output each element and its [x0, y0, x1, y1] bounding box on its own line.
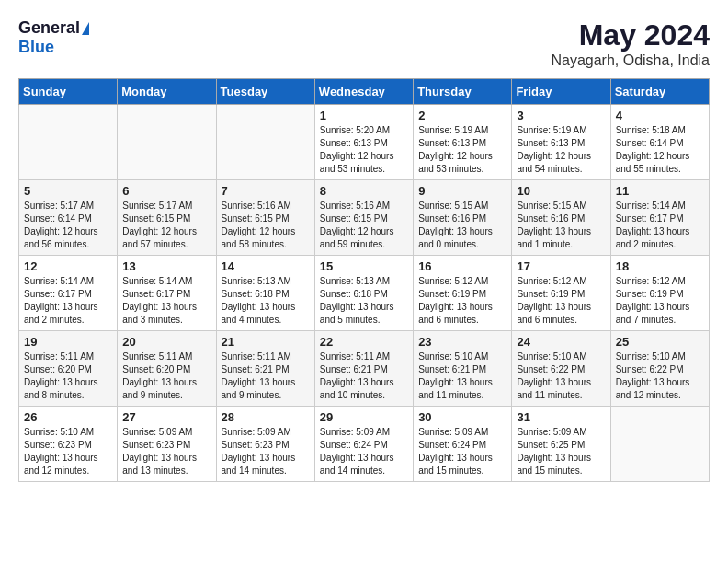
day-cell: 10Sunrise: 5:15 AM Sunset: 6:16 PM Dayli… — [512, 180, 610, 256]
day-number: 15 — [320, 259, 408, 273]
header-cell-wednesday: Wednesday — [314, 79, 413, 105]
day-number: 14 — [222, 259, 310, 273]
logo: General Blue — [18, 18, 89, 57]
day-info: Sunrise: 5:14 AM Sunset: 6:17 PM Dayligh… — [24, 275, 112, 327]
day-number: 17 — [517, 259, 605, 273]
day-number: 27 — [122, 410, 210, 424]
day-info: Sunrise: 5:13 AM Sunset: 6:18 PM Dayligh… — [222, 275, 310, 327]
day-cell: 8Sunrise: 5:16 AM Sunset: 6:15 PM Daylig… — [314, 180, 413, 256]
day-number: 7 — [222, 184, 310, 198]
day-cell: 24Sunrise: 5:10 AM Sunset: 6:22 PM Dayli… — [512, 331, 610, 407]
day-info: Sunrise: 5:10 AM Sunset: 6:23 PM Dayligh… — [24, 426, 112, 477]
day-cell: 15Sunrise: 5:13 AM Sunset: 6:18 PM Dayli… — [314, 256, 413, 331]
day-number: 18 — [616, 259, 704, 273]
day-number: 5 — [24, 184, 112, 198]
title-area: May 2024 Nayagarh, Odisha, India — [551, 18, 710, 69]
day-number: 22 — [320, 335, 408, 349]
day-cell: 30Sunrise: 5:09 AM Sunset: 6:24 PM Dayli… — [414, 407, 512, 482]
day-number: 3 — [517, 109, 605, 122]
day-info: Sunrise: 5:09 AM Sunset: 6:23 PM Dayligh… — [222, 426, 310, 477]
day-number: 16 — [418, 259, 506, 273]
day-cell: 20Sunrise: 5:11 AM Sunset: 6:20 PM Dayli… — [118, 331, 216, 407]
day-cell: 3Sunrise: 5:19 AM Sunset: 6:13 PM Daylig… — [512, 105, 610, 180]
day-number: 26 — [24, 410, 112, 424]
day-number: 1 — [320, 109, 408, 122]
day-cell: 1Sunrise: 5:20 AM Sunset: 6:13 PM Daylig… — [314, 105, 413, 180]
header-cell-friday: Friday — [512, 79, 610, 105]
day-cell: 26Sunrise: 5:10 AM Sunset: 6:23 PM Dayli… — [19, 407, 118, 482]
day-info: Sunrise: 5:15 AM Sunset: 6:16 PM Dayligh… — [517, 200, 605, 251]
day-info: Sunrise: 5:15 AM Sunset: 6:16 PM Dayligh… — [418, 200, 506, 251]
week-row-4: 19Sunrise: 5:11 AM Sunset: 6:20 PM Dayli… — [19, 331, 710, 407]
week-row-5: 26Sunrise: 5:10 AM Sunset: 6:23 PM Dayli… — [19, 407, 710, 482]
day-info: Sunrise: 5:10 AM Sunset: 6:21 PM Dayligh… — [418, 350, 506, 402]
day-number: 8 — [320, 184, 408, 198]
day-number: 29 — [320, 410, 408, 424]
day-info: Sunrise: 5:17 AM Sunset: 6:15 PM Dayligh… — [122, 200, 210, 251]
day-info: Sunrise: 5:09 AM Sunset: 6:24 PM Dayligh… — [418, 426, 506, 477]
header-cell-tuesday: Tuesday — [216, 79, 314, 105]
day-info: Sunrise: 5:11 AM Sunset: 6:20 PM Dayligh… — [122, 350, 210, 402]
day-info: Sunrise: 5:09 AM Sunset: 6:23 PM Dayligh… — [122, 426, 210, 477]
day-info: Sunrise: 5:19 AM Sunset: 6:13 PM Dayligh… — [418, 124, 506, 176]
day-cell — [216, 105, 314, 180]
header-row: SundayMondayTuesdayWednesdayThursdayFrid… — [19, 79, 710, 105]
day-cell: 28Sunrise: 5:09 AM Sunset: 6:23 PM Dayli… — [216, 407, 314, 482]
day-number: 19 — [24, 335, 112, 349]
calendar-subtitle: Nayagarh, Odisha, India — [551, 52, 710, 69]
day-info: Sunrise: 5:10 AM Sunset: 6:22 PM Dayligh… — [517, 350, 605, 402]
logo-general: General — [18, 18, 80, 38]
day-info: Sunrise: 5:11 AM Sunset: 6:20 PM Dayligh… — [24, 350, 112, 402]
day-number: 21 — [222, 335, 310, 349]
header-cell-thursday: Thursday — [414, 79, 512, 105]
day-info: Sunrise: 5:17 AM Sunset: 6:14 PM Dayligh… — [24, 200, 112, 251]
day-cell — [610, 407, 709, 482]
calendar-title: May 2024 — [551, 18, 710, 52]
day-number: 28 — [222, 410, 310, 424]
logo-blue: Blue — [18, 38, 54, 57]
day-info: Sunrise: 5:14 AM Sunset: 6:17 PM Dayligh… — [616, 200, 704, 251]
week-row-1: 1Sunrise: 5:20 AM Sunset: 6:13 PM Daylig… — [19, 105, 710, 180]
day-number: 20 — [122, 335, 210, 349]
day-cell: 16Sunrise: 5:12 AM Sunset: 6:19 PM Dayli… — [414, 256, 512, 331]
day-cell: 14Sunrise: 5:13 AM Sunset: 6:18 PM Dayli… — [216, 256, 314, 331]
day-info: Sunrise: 5:11 AM Sunset: 6:21 PM Dayligh… — [320, 350, 408, 402]
day-cell: 29Sunrise: 5:09 AM Sunset: 6:24 PM Dayli… — [314, 407, 413, 482]
day-info: Sunrise: 5:18 AM Sunset: 6:14 PM Dayligh… — [616, 124, 704, 176]
week-row-2: 5Sunrise: 5:17 AM Sunset: 6:14 PM Daylig… — [19, 180, 710, 256]
day-cell: 9Sunrise: 5:15 AM Sunset: 6:16 PM Daylig… — [414, 180, 512, 256]
day-cell: 17Sunrise: 5:12 AM Sunset: 6:19 PM Dayli… — [512, 256, 610, 331]
day-info: Sunrise: 5:16 AM Sunset: 6:15 PM Dayligh… — [222, 200, 310, 251]
calendar-table: SundayMondayTuesdayWednesdayThursdayFrid… — [18, 78, 710, 482]
day-cell: 22Sunrise: 5:11 AM Sunset: 6:21 PM Dayli… — [314, 331, 413, 407]
day-info: Sunrise: 5:13 AM Sunset: 6:18 PM Dayligh… — [320, 275, 408, 327]
day-cell: 12Sunrise: 5:14 AM Sunset: 6:17 PM Dayli… — [19, 256, 118, 331]
header-cell-sunday: Sunday — [19, 79, 118, 105]
day-number: 6 — [122, 184, 210, 198]
day-number: 30 — [418, 410, 506, 424]
day-number: 12 — [24, 259, 112, 273]
day-cell: 11Sunrise: 5:14 AM Sunset: 6:17 PM Dayli… — [610, 180, 709, 256]
day-cell: 31Sunrise: 5:09 AM Sunset: 6:25 PM Dayli… — [512, 407, 610, 482]
day-info: Sunrise: 5:09 AM Sunset: 6:24 PM Dayligh… — [320, 426, 408, 477]
day-info: Sunrise: 5:14 AM Sunset: 6:17 PM Dayligh… — [122, 275, 210, 327]
day-cell — [19, 105, 118, 180]
day-cell: 18Sunrise: 5:12 AM Sunset: 6:19 PM Dayli… — [610, 256, 709, 331]
week-row-3: 12Sunrise: 5:14 AM Sunset: 6:17 PM Dayli… — [19, 256, 710, 331]
day-info: Sunrise: 5:09 AM Sunset: 6:25 PM Dayligh… — [517, 426, 605, 477]
header-cell-saturday: Saturday — [610, 79, 709, 105]
day-cell: 2Sunrise: 5:19 AM Sunset: 6:13 PM Daylig… — [414, 105, 512, 180]
logo-icon — [82, 22, 89, 35]
day-info: Sunrise: 5:10 AM Sunset: 6:22 PM Dayligh… — [616, 350, 704, 402]
day-cell: 19Sunrise: 5:11 AM Sunset: 6:20 PM Dayli… — [19, 331, 118, 407]
header-cell-monday: Monday — [118, 79, 216, 105]
day-number: 4 — [616, 109, 704, 122]
header: General Blue May 2024 Nayagarh, Odisha, … — [18, 18, 710, 69]
day-cell: 27Sunrise: 5:09 AM Sunset: 6:23 PM Dayli… — [118, 407, 216, 482]
day-cell: 23Sunrise: 5:10 AM Sunset: 6:21 PM Dayli… — [414, 331, 512, 407]
day-cell: 6Sunrise: 5:17 AM Sunset: 6:15 PM Daylig… — [118, 180, 216, 256]
day-cell — [118, 105, 216, 180]
day-info: Sunrise: 5:16 AM Sunset: 6:15 PM Dayligh… — [320, 200, 408, 251]
day-info: Sunrise: 5:12 AM Sunset: 6:19 PM Dayligh… — [418, 275, 506, 327]
day-number: 2 — [418, 109, 506, 122]
